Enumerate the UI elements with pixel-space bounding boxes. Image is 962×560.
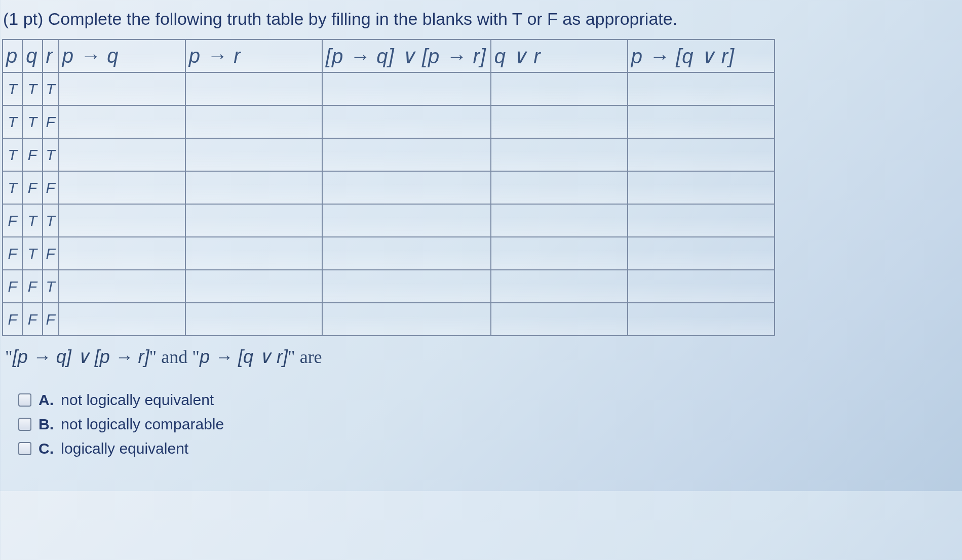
cell-p: T — [3, 138, 22, 171]
cell-p: F — [3, 237, 22, 270]
col-p-implies-q: p → q — [59, 39, 185, 72]
col-q-or-r: q ∨ r — [491, 39, 628, 72]
blank-cell[interactable] — [628, 171, 775, 204]
cell-p: F — [3, 270, 22, 303]
cell-p: T — [3, 72, 22, 105]
blank-cell[interactable] — [59, 72, 185, 105]
table-row: TTT — [3, 72, 775, 105]
blank-cell[interactable] — [59, 303, 185, 336]
blank-cell[interactable] — [59, 138, 185, 171]
question-prompt: (1 pt) Complete the following truth tabl… — [3, 9, 952, 29]
table-row: FTT — [3, 204, 775, 237]
blank-cell[interactable] — [59, 105, 185, 138]
blank-cell[interactable] — [491, 138, 628, 171]
blank-cell[interactable] — [628, 105, 775, 138]
cell-p: F — [3, 204, 22, 237]
open-quote-1: " — [5, 347, 13, 367]
blank-cell[interactable] — [322, 237, 491, 270]
checkbox-icon[interactable] — [18, 442, 31, 455]
header-row: p q r p → q p → r [p → q] ∨ [p → r] q ∨ … — [3, 39, 775, 72]
blank-cell[interactable] — [628, 204, 775, 237]
cell-q: T — [22, 204, 42, 237]
close-quote-2: " are — [288, 347, 322, 367]
blank-cell[interactable] — [491, 204, 628, 237]
cell-p: F — [3, 303, 22, 336]
answer-option[interactable]: B. not logically comparable — [18, 412, 952, 436]
blank-cell[interactable] — [322, 303, 491, 336]
option-text: A. not logically equivalent — [39, 388, 214, 412]
col-p-implies-qvr: p → [q ∨ r] — [628, 39, 775, 72]
cell-r: F — [43, 105, 59, 138]
blank-cell[interactable] — [628, 72, 775, 105]
blank-cell[interactable] — [185, 237, 322, 270]
option-text: C. logically equivalent — [39, 436, 188, 461]
blank-cell[interactable] — [322, 171, 491, 204]
cell-r: T — [43, 138, 59, 171]
cell-r: F — [43, 171, 59, 204]
cell-r: T — [43, 204, 59, 237]
blank-cell[interactable] — [322, 270, 491, 303]
col-p-implies-r: p → r — [185, 39, 322, 72]
blank-cell[interactable] — [491, 270, 628, 303]
blank-cell[interactable] — [185, 105, 322, 138]
blank-cell[interactable] — [322, 138, 491, 171]
table-row: FFT — [3, 270, 775, 303]
cell-q: T — [22, 72, 42, 105]
cell-p: T — [3, 105, 22, 138]
cell-p: T — [3, 171, 22, 204]
cell-q: F — [22, 171, 42, 204]
table-row: FTF — [3, 237, 775, 270]
cell-r: F — [43, 303, 59, 336]
table-row: FFF — [3, 303, 775, 336]
checkbox-icon[interactable] — [18, 393, 31, 407]
blank-cell[interactable] — [185, 204, 322, 237]
blank-cell[interactable] — [322, 105, 491, 138]
blank-cell[interactable] — [185, 303, 322, 336]
truth-table: p q r p → q p → r [p → q] ∨ [p → r] q ∨ … — [2, 39, 775, 336]
answer-option[interactable]: A. not logically equivalent — [18, 388, 952, 412]
col-p: p — [3, 39, 22, 72]
blank-cell[interactable] — [59, 270, 185, 303]
blank-cell[interactable] — [491, 72, 628, 105]
blank-cell[interactable] — [628, 303, 775, 336]
expression-1: [p → q] ∨ [p → r] — [13, 346, 149, 367]
table-row: TTF — [3, 105, 775, 138]
cell-q: T — [22, 105, 42, 138]
mid-text: " and " — [149, 347, 200, 367]
blank-cell[interactable] — [628, 237, 775, 270]
blank-cell[interactable] — [185, 72, 322, 105]
checkbox-icon[interactable] — [18, 418, 31, 431]
col-q: q — [22, 39, 42, 72]
table-row: TFT — [3, 138, 775, 171]
blank-cell[interactable] — [185, 171, 322, 204]
blank-cell[interactable] — [322, 204, 491, 237]
blank-cell[interactable] — [491, 303, 628, 336]
blank-cell[interactable] — [322, 72, 491, 105]
cell-r: T — [43, 72, 59, 105]
cell-r: T — [43, 270, 59, 303]
blank-cell[interactable] — [628, 270, 775, 303]
expression-2: p → [q ∨ r] — [200, 346, 288, 367]
blank-cell[interactable] — [59, 237, 185, 270]
blank-cell[interactable] — [491, 171, 628, 204]
answer-options: A. not logically equivalentB. not logica… — [18, 388, 952, 461]
blank-cell[interactable] — [59, 204, 185, 237]
cell-q: F — [22, 138, 42, 171]
blank-cell[interactable] — [185, 138, 322, 171]
blank-cell[interactable] — [628, 138, 775, 171]
col-r: r — [43, 39, 59, 72]
blank-cell[interactable] — [185, 270, 322, 303]
cell-r: F — [43, 237, 59, 270]
answer-option[interactable]: C. logically equivalent — [18, 436, 952, 461]
cell-q: F — [22, 303, 42, 336]
blank-cell[interactable] — [491, 105, 628, 138]
equivalence-sentence: "[p → q] ∨ [p → r]" and "p → [q ∨ r]" ar… — [5, 346, 952, 368]
option-text: B. not logically comparable — [39, 412, 224, 436]
blank-cell[interactable] — [59, 171, 185, 204]
table-row: TFF — [3, 171, 775, 204]
cell-q: T — [22, 237, 42, 270]
blank-cell[interactable] — [491, 237, 628, 270]
cell-q: F — [22, 270, 42, 303]
col-disjunction: [p → q] ∨ [p → r] — [322, 39, 491, 72]
